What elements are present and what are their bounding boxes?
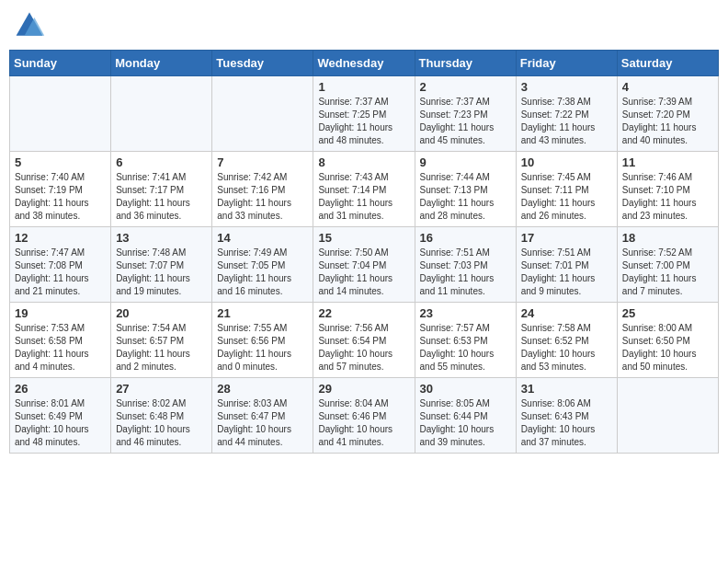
day-info: Sunrise: 7:51 AM Sunset: 7:03 PM Dayligh… [420,247,511,298]
day-number: 1 [318,80,409,94]
calendar-header-thursday: Thursday [415,51,516,76]
day-number: 26 [15,382,106,396]
calendar-header-row: SundayMondayTuesdayWednesdayThursdayFrid… [10,51,719,76]
calendar-cell: 20Sunrise: 7:54 AM Sunset: 6:57 PM Dayli… [111,303,212,378]
day-info: Sunrise: 7:57 AM Sunset: 6:53 PM Dayligh… [420,322,511,373]
calendar-cell: 14Sunrise: 7:49 AM Sunset: 7:05 PM Dayli… [212,227,313,303]
day-info: Sunrise: 7:56 AM Sunset: 6:54 PM Dayligh… [318,322,409,373]
calendar-cell: 22Sunrise: 7:56 AM Sunset: 6:54 PM Dayli… [313,303,415,378]
calendar-cell: 21Sunrise: 7:55 AM Sunset: 6:56 PM Dayli… [212,303,313,378]
day-number: 3 [521,80,612,94]
day-number: 19 [15,306,106,320]
day-number: 23 [420,306,511,320]
day-info: Sunrise: 7:37 AM Sunset: 7:25 PM Dayligh… [318,96,409,147]
calendar-cell: 13Sunrise: 7:48 AM Sunset: 7:07 PM Dayli… [111,227,212,303]
calendar-cell: 4Sunrise: 7:39 AM Sunset: 7:20 PM Daylig… [617,76,718,152]
day-info: Sunrise: 8:01 AM Sunset: 6:49 PM Dayligh… [15,397,106,449]
day-number: 21 [217,306,308,320]
header [9,9,719,42]
calendar-week-row: 5Sunrise: 7:40 AM Sunset: 7:19 PM Daylig… [10,152,719,227]
day-number: 24 [521,306,612,320]
day-info: Sunrise: 7:43 AM Sunset: 7:14 PM Dayligh… [318,171,409,223]
calendar-week-row: 1Sunrise: 7:37 AM Sunset: 7:25 PM Daylig… [10,76,719,152]
day-number: 30 [420,382,511,396]
calendar-header-saturday: Saturday [617,51,718,76]
calendar-cell: 9Sunrise: 7:44 AM Sunset: 7:13 PM Daylig… [415,152,516,227]
day-info: Sunrise: 7:44 AM Sunset: 7:13 PM Dayligh… [420,171,511,223]
day-number: 2 [420,80,511,94]
calendar-cell: 8Sunrise: 7:43 AM Sunset: 7:14 PM Daylig… [313,152,415,227]
day-info: Sunrise: 8:02 AM Sunset: 6:48 PM Dayligh… [116,397,207,449]
day-number: 25 [622,306,713,320]
day-info: Sunrise: 7:41 AM Sunset: 7:17 PM Dayligh… [116,171,207,223]
day-info: Sunrise: 7:52 AM Sunset: 7:00 PM Dayligh… [622,247,713,298]
calendar-cell: 15Sunrise: 7:50 AM Sunset: 7:04 PM Dayli… [313,227,415,303]
logo [13,9,50,42]
calendar-cell: 12Sunrise: 7:47 AM Sunset: 7:08 PM Dayli… [10,227,111,303]
calendar-cell: 31Sunrise: 8:06 AM Sunset: 6:43 PM Dayli… [516,378,617,454]
calendar-cell: 5Sunrise: 7:40 AM Sunset: 7:19 PM Daylig… [10,152,111,227]
calendar-cell [111,76,212,152]
calendar-week-row: 19Sunrise: 7:53 AM Sunset: 6:58 PM Dayli… [10,303,719,378]
day-number: 10 [521,155,612,169]
calendar-cell: 7Sunrise: 7:42 AM Sunset: 7:16 PM Daylig… [212,152,313,227]
calendar-cell: 11Sunrise: 7:46 AM Sunset: 7:10 PM Dayli… [617,152,718,227]
day-info: Sunrise: 7:37 AM Sunset: 7:23 PM Dayligh… [420,96,511,147]
day-info: Sunrise: 7:39 AM Sunset: 7:20 PM Dayligh… [622,96,713,147]
day-info: Sunrise: 8:05 AM Sunset: 6:44 PM Dayligh… [420,397,511,449]
day-number: 20 [116,306,207,320]
day-number: 5 [15,155,106,169]
day-info: Sunrise: 7:45 AM Sunset: 7:11 PM Dayligh… [521,171,612,223]
day-number: 14 [217,231,308,245]
calendar-cell: 24Sunrise: 7:58 AM Sunset: 6:52 PM Dayli… [516,303,617,378]
day-number: 31 [521,382,612,396]
day-info: Sunrise: 7:50 AM Sunset: 7:04 PM Dayligh… [318,247,409,298]
calendar-cell: 2Sunrise: 7:37 AM Sunset: 7:23 PM Daylig… [415,76,516,152]
calendar-cell: 30Sunrise: 8:05 AM Sunset: 6:44 PM Dayli… [415,378,516,454]
day-number: 18 [622,231,713,245]
calendar-cell [212,76,313,152]
calendar-cell [617,378,718,454]
calendar-header-sunday: Sunday [10,51,111,76]
day-number: 22 [318,306,409,320]
day-number: 16 [420,231,511,245]
day-number: 7 [217,155,308,169]
calendar-week-row: 12Sunrise: 7:47 AM Sunset: 7:08 PM Dayli… [10,227,719,303]
day-number: 4 [622,80,713,94]
day-info: Sunrise: 8:00 AM Sunset: 6:50 PM Dayligh… [622,322,713,373]
calendar-cell: 6Sunrise: 7:41 AM Sunset: 7:17 PM Daylig… [111,152,212,227]
calendar-cell: 23Sunrise: 7:57 AM Sunset: 6:53 PM Dayli… [415,303,516,378]
calendar-cell: 16Sunrise: 7:51 AM Sunset: 7:03 PM Dayli… [415,227,516,303]
calendar-cell: 18Sunrise: 7:52 AM Sunset: 7:00 PM Dayli… [617,227,718,303]
calendar-cell: 26Sunrise: 8:01 AM Sunset: 6:49 PM Dayli… [10,378,111,454]
calendar-cell: 10Sunrise: 7:45 AM Sunset: 7:11 PM Dayli… [516,152,617,227]
calendar-header-monday: Monday [111,51,212,76]
calendar-cell [10,76,111,152]
day-number: 29 [318,382,409,396]
day-info: Sunrise: 7:46 AM Sunset: 7:10 PM Dayligh… [622,171,713,223]
day-info: Sunrise: 7:38 AM Sunset: 7:22 PM Dayligh… [521,96,612,147]
day-number: 13 [116,231,207,245]
logo-icon [13,9,46,42]
calendar-header-friday: Friday [516,51,617,76]
day-number: 8 [318,155,409,169]
day-info: Sunrise: 7:58 AM Sunset: 6:52 PM Dayligh… [521,322,612,373]
calendar-cell: 19Sunrise: 7:53 AM Sunset: 6:58 PM Dayli… [10,303,111,378]
day-info: Sunrise: 7:48 AM Sunset: 7:07 PM Dayligh… [116,247,207,298]
calendar: SundayMondayTuesdayWednesdayThursdayFrid… [9,50,719,454]
calendar-cell: 25Sunrise: 8:00 AM Sunset: 6:50 PM Dayli… [617,303,718,378]
day-number: 9 [420,155,511,169]
calendar-week-row: 26Sunrise: 8:01 AM Sunset: 6:49 PM Dayli… [10,378,719,454]
calendar-header-wednesday: Wednesday [313,51,415,76]
calendar-cell: 17Sunrise: 7:51 AM Sunset: 7:01 PM Dayli… [516,227,617,303]
day-info: Sunrise: 7:49 AM Sunset: 7:05 PM Dayligh… [217,247,308,298]
day-info: Sunrise: 7:47 AM Sunset: 7:08 PM Dayligh… [15,247,106,298]
calendar-cell: 28Sunrise: 8:03 AM Sunset: 6:47 PM Dayli… [212,378,313,454]
day-info: Sunrise: 8:06 AM Sunset: 6:43 PM Dayligh… [521,397,612,449]
day-info: Sunrise: 7:51 AM Sunset: 7:01 PM Dayligh… [521,247,612,298]
day-info: Sunrise: 8:04 AM Sunset: 6:46 PM Dayligh… [318,397,409,449]
day-number: 12 [15,231,106,245]
calendar-cell: 1Sunrise: 7:37 AM Sunset: 7:25 PM Daylig… [313,76,415,152]
day-number: 27 [116,382,207,396]
day-info: Sunrise: 7:54 AM Sunset: 6:57 PM Dayligh… [116,322,207,373]
